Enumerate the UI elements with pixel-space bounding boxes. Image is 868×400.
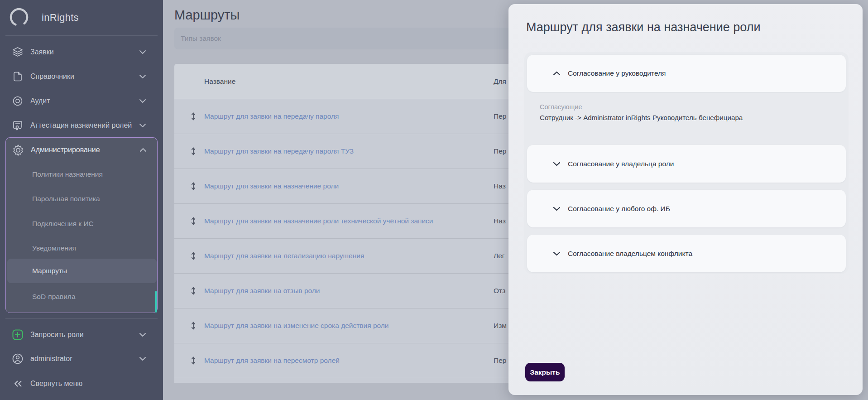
inrights-logo-icon — [9, 7, 29, 28]
sidebar-item-user-menu[interactable]: administrator — [0, 347, 163, 371]
chevron-down-icon — [553, 251, 561, 256]
table-row: Маршрут для заявки на изменение срока де… — [174, 308, 532, 343]
drag-handle-icon[interactable] — [190, 321, 197, 330]
route-link[interactable]: Маршрут для заявки на изменение срока де… — [204, 322, 389, 330]
sidebar-item-label: Запросить роли — [30, 331, 84, 339]
sidebar-divider-bottom — [5, 318, 158, 319]
sidebar: inRights Заявки Справочники — [0, 0, 163, 400]
accordion-security-officer-approval[interactable]: Согласование у любого оф. ИБ — [527, 190, 846, 227]
route-link[interactable]: Маршрут для заявки на передачу пароля ТУ… — [204, 147, 354, 155]
drag-handle-icon[interactable] — [190, 147, 197, 156]
route-type-fragment: Отз — [494, 287, 505, 295]
subitem-label: Парольная политика — [32, 195, 100, 203]
route-type-fragment: Лег — [494, 252, 504, 260]
route-link[interactable]: Маршрут для заявки на легализацию наруше… — [204, 252, 364, 260]
accordion-manager-approval[interactable]: Согласование у руководителя — [527, 55, 846, 92]
drag-handle-icon[interactable] — [190, 217, 197, 226]
chevron-down-icon — [553, 206, 561, 211]
route-type-fragment: Пер — [494, 147, 506, 155]
sidebar-item-label: administrator — [30, 355, 72, 363]
accordion-label: Согласование владельцем конфликта — [568, 250, 692, 258]
plus-square-icon — [12, 329, 24, 341]
sidebar-item-label: Свернуть меню — [30, 380, 82, 388]
sidebar-subitem-notifications[interactable]: Уведомления — [7, 236, 157, 260]
approvers-block: Согласующие Сотрудник -> Administrator i… — [540, 103, 834, 121]
scroll-indicator — [155, 291, 157, 313]
route-type-fragment: Наз — [494, 217, 506, 225]
subitem-label: Маршруты — [32, 267, 67, 275]
sidebar-item-requests[interactable]: Заявки — [0, 40, 163, 64]
table-row: Маршрут для заявки на передачу пароля Пе… — [174, 99, 532, 134]
double-chevron-left-icon — [13, 381, 23, 387]
chevron-down-icon — [139, 123, 146, 128]
table-header: Название Для — [174, 64, 532, 99]
sidebar-item-audit[interactable]: Аудит — [0, 89, 163, 113]
accordion-label: Согласование у руководителя — [568, 69, 666, 77]
sidebar-item-administration[interactable]: Администрирование — [0, 138, 163, 162]
chevron-down-icon — [139, 357, 146, 361]
sidebar-item-label: Аудит — [30, 97, 50, 105]
drag-handle-icon[interactable] — [190, 182, 197, 191]
sidebar-item-label: Аттестация назначений ролей — [30, 121, 132, 130]
route-type-fragment: Изм — [494, 322, 507, 330]
page-title: Маршруты — [174, 8, 240, 23]
layers-icon — [12, 46, 24, 58]
sidebar-item-label: Заявки — [30, 48, 54, 56]
route-link[interactable]: Маршрут для заявки на назначение роли те… — [204, 217, 433, 225]
subitem-label: SoD-правила — [32, 293, 76, 301]
approvers-value: Сотрудник -> Administrator inRights Руко… — [540, 114, 834, 121]
eye-icon — [12, 95, 24, 107]
table-row: Маршрут для заявки на передачу пароля ТУ… — [174, 134, 532, 169]
table-row: Маршрут для заявки на отзыв роли Отз — [174, 273, 532, 308]
approval-steps-group: Согласование у руководителя Согласующие … — [524, 52, 849, 274]
route-type-fragment: Наз — [494, 182, 506, 190]
drag-handle-icon[interactable] — [190, 286, 197, 295]
route-type-fragment: Пер — [494, 112, 506, 120]
chevron-down-icon — [553, 161, 561, 166]
close-button[interactable]: Закрыть — [525, 363, 565, 381]
certificate-icon — [12, 120, 24, 131]
sidebar-item-directories[interactable]: Справочники — [0, 64, 163, 89]
route-link[interactable]: Маршрут для заявки на пересмотр ролей — [204, 357, 340, 365]
route-link[interactable]: Маршрут для заявки на отзыв роли — [204, 287, 320, 295]
chevron-up-icon — [139, 148, 147, 152]
sidebar-subitem-is-connections[interactable]: Подключения к ИС — [7, 212, 157, 236]
gear-icon — [12, 144, 24, 156]
chevron-up-icon — [553, 71, 561, 76]
sidebar-item-attestation[interactable]: Аттестация назначений ролей — [0, 113, 163, 138]
drag-handle-icon[interactable] — [190, 251, 197, 260]
table-row: Маршрут для заявки на легализацию наруше… — [174, 238, 532, 273]
approvers-label: Согласующие — [540, 103, 834, 111]
drag-handle-icon[interactable] — [190, 356, 197, 365]
routes-table: Название Для Маршрут для заявки на перед… — [174, 64, 532, 383]
sidebar-item-request-roles[interactable]: Запросить роли — [0, 323, 163, 347]
sidebar-item-collapse-menu[interactable]: Свернуть меню — [0, 371, 163, 396]
logo-text: inRights — [42, 12, 79, 24]
drag-handle-icon[interactable] — [190, 112, 197, 121]
chevron-down-icon — [139, 99, 146, 103]
sidebar-item-label: Справочники — [30, 72, 74, 81]
route-type-fragment: Пер — [494, 357, 506, 365]
sidebar-item-label: Администрирование — [31, 146, 100, 154]
sidebar-subitem-sod-rules[interactable]: SoD-правила — [7, 284, 157, 309]
route-link[interactable]: Маршрут для заявки на передачу пароля — [204, 112, 339, 120]
accordion-conflict-owner-approval[interactable]: Согласование владельцем конфликта — [527, 235, 846, 272]
sidebar-subitem-assignment-policies[interactable]: Политики назначения — [7, 162, 157, 187]
app-root: inRights Заявки Справочники — [0, 0, 868, 400]
route-link[interactable]: Маршрут для заявки на назначение роли — [204, 182, 339, 190]
route-details-drawer: Маршрут для заявки на назначение роли Со… — [508, 4, 863, 395]
document-icon — [12, 71, 24, 82]
table-row: Маршрут для заявки на пересмотр ролей Пе… — [174, 343, 532, 378]
accordion-label: Согласование у владельца роли — [568, 160, 674, 168]
sidebar-subitem-password-policy[interactable]: Парольная политика — [7, 187, 157, 211]
request-types-filter-input[interactable] — [174, 28, 532, 49]
table-footer-strip — [174, 378, 532, 382]
table-row: Маршрут для заявки на назначение роли На… — [174, 169, 532, 203]
drawer-title: Маршрут для заявки на назначение роли — [526, 20, 761, 34]
subitem-label: Политики назначения — [32, 170, 103, 178]
chevron-down-icon — [139, 50, 146, 54]
logo: inRights — [0, 0, 163, 35]
accordion-role-owner-approval[interactable]: Согласование у владельца роли — [527, 145, 846, 183]
chevron-down-icon — [139, 74, 146, 79]
sidebar-subitem-routes[interactable]: Маршруты — [7, 259, 157, 283]
